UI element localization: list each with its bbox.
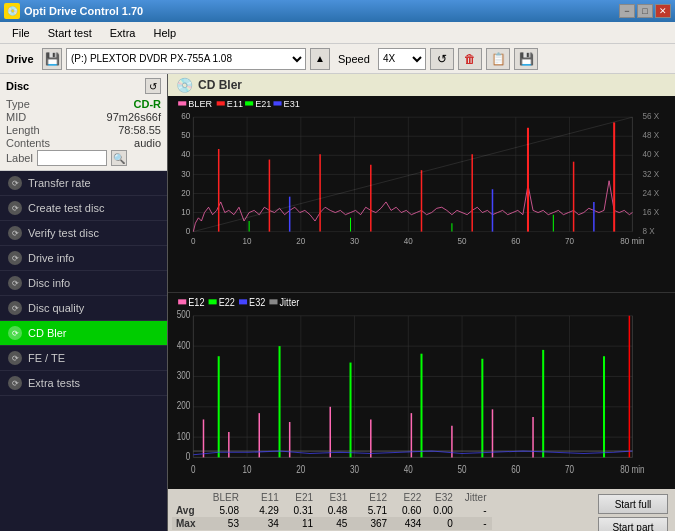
title-bar-left: 💿 Opti Drive Control 1.70	[4, 3, 143, 19]
drive-eject-button[interactable]: ▲	[310, 48, 330, 70]
cd-bler-header-icon: 💿	[176, 77, 192, 93]
max-bler: 53	[205, 517, 245, 530]
sidebar-item-fe-te[interactable]: ⟳ FE / TE	[0, 346, 167, 371]
charts-container: BLER E11 E21 E31 60 50 40 30 20 10 0	[168, 96, 675, 489]
svg-text:50: 50	[458, 464, 467, 475]
disc-type-value: CD-R	[134, 98, 162, 110]
svg-text:70: 70	[565, 464, 574, 475]
disc-mid-row: MID 97m26s66f	[6, 111, 161, 123]
drive-select[interactable]: (P:) PLEXTOR DVDR PX-755A 1.08	[66, 48, 306, 70]
svg-rect-66	[178, 299, 186, 304]
svg-text:0: 0	[186, 226, 191, 236]
avg-e12: 5.71	[353, 504, 393, 517]
sidebar-item-cd-bler[interactable]: ⟳ CD Bler	[0, 321, 167, 346]
sidebar-item-disc-quality[interactable]: ⟳ Disc quality	[0, 296, 167, 321]
copy-button[interactable]: 📋	[486, 48, 510, 70]
svg-text:E12: E12	[188, 296, 204, 308]
close-button[interactable]: ✕	[655, 4, 671, 18]
sidebar-label-drive-info: Drive info	[28, 252, 74, 264]
stats-table-area: BLER E11 E21 E31 E12 E22 E32 Jitter Avg	[172, 491, 595, 531]
sidebar-item-transfer-rate[interactable]: ⟳ Transfer rate	[0, 171, 167, 196]
svg-text:40 X: 40 X	[643, 149, 660, 159]
sidebar-item-drive-info[interactable]: ⟳ Drive info	[0, 246, 167, 271]
disc-contents-label: Contents	[6, 137, 50, 149]
svg-text:500: 500	[177, 309, 191, 320]
app-icon: 💿	[4, 3, 20, 19]
disc-length-value: 78:58.55	[118, 124, 161, 136]
disc-label-search-button[interactable]: 🔍	[111, 150, 127, 166]
stats-section: BLER E11 E21 E31 E12 E22 E32 Jitter Avg	[168, 489, 675, 531]
sidebar-item-disc-info[interactable]: ⟳ Disc info	[0, 271, 167, 296]
svg-text:48 X: 48 X	[643, 130, 660, 140]
svg-rect-70	[239, 299, 247, 304]
cd-bler-icon: ⟳	[8, 326, 22, 340]
avg-jitter: -	[459, 504, 493, 517]
speed-select[interactable]: 4X	[378, 48, 426, 70]
svg-text:30: 30	[350, 464, 359, 475]
max-e12: 367	[353, 517, 393, 530]
start-part-button[interactable]: Start part	[598, 517, 668, 531]
erase-button[interactable]: 🗑	[458, 48, 482, 70]
stats-header-row: BLER E11 E21 E31 E12 E22 E32 Jitter	[172, 491, 492, 504]
svg-rect-68	[209, 299, 217, 304]
title-bar: 💿 Opti Drive Control 1.70 − □ ✕	[0, 0, 675, 22]
col-e21: E21	[285, 491, 319, 504]
svg-text:50: 50	[458, 236, 467, 246]
svg-text:70: 70	[565, 236, 574, 246]
col-e31: E31	[319, 491, 353, 504]
menu-help[interactable]: Help	[145, 25, 184, 41]
sidebar-label-disc-quality: Disc quality	[28, 302, 84, 314]
drive-label: Drive	[6, 53, 38, 65]
disc-type-label: Type	[6, 98, 30, 110]
svg-text:16 X: 16 X	[643, 206, 660, 216]
start-full-button[interactable]: Start full	[598, 494, 668, 514]
svg-text:60: 60	[511, 464, 520, 475]
svg-text:40: 40	[404, 464, 413, 475]
speed-label: Speed	[338, 53, 374, 65]
drive-refresh-button[interactable]: ↺	[430, 48, 454, 70]
sidebar-item-extra-tests[interactable]: ⟳ Extra tests	[0, 371, 167, 396]
menu-file[interactable]: File	[4, 25, 38, 41]
svg-text:30: 30	[181, 168, 190, 178]
disc-refresh-button[interactable]: ↺	[145, 78, 161, 94]
sidebar-label-verify-test-disc: Verify test disc	[28, 227, 99, 239]
svg-text:10: 10	[243, 464, 252, 475]
svg-text:8 X: 8 X	[643, 226, 656, 236]
svg-text:40: 40	[404, 236, 413, 246]
content-area: 💿 CD Bler BLER E11 E21 E31	[168, 74, 675, 531]
disc-length-label: Length	[6, 124, 40, 136]
menu-extra[interactable]: Extra	[102, 25, 144, 41]
disc-type-row: Type CD-R	[6, 98, 161, 110]
main-area: Disc ↺ Type CD-R MID 97m26s66f Length 78…	[0, 74, 675, 531]
disc-label-input[interactable]	[37, 150, 107, 166]
svg-text:24 X: 24 X	[643, 187, 660, 197]
disc-header: Disc ↺	[6, 78, 161, 94]
avg-e21: 0.31	[285, 504, 319, 517]
sidebar-item-verify-test-disc[interactable]: ⟳ Verify test disc	[0, 221, 167, 246]
bottom-chart-svg: E12 E22 E32 Jitter 500 400 300 200 100 0	[168, 293, 675, 489]
cd-bler-header: 💿 CD Bler	[168, 74, 675, 96]
col-e32: E32	[427, 491, 458, 504]
svg-text:300: 300	[177, 370, 191, 381]
col-bler: BLER	[205, 491, 245, 504]
drive-info-icon: ⟳	[8, 251, 22, 265]
max-jitter: -	[459, 517, 493, 530]
max-label: Max	[172, 517, 205, 530]
disc-label-label: Label	[6, 152, 33, 164]
svg-text:20: 20	[296, 464, 305, 475]
disc-mid-label: MID	[6, 111, 26, 123]
svg-text:BLER: BLER	[188, 98, 212, 108]
sidebar-item-create-test-disc[interactable]: ⟳ Create test disc	[0, 196, 167, 221]
stats-row-avg: Avg 5.08 4.29 0.31 0.48 5.71 0.60 0.00 -	[172, 504, 492, 517]
svg-text:0: 0	[186, 451, 191, 462]
max-e22: 434	[393, 517, 427, 530]
maximize-button[interactable]: □	[637, 4, 653, 18]
minimize-button[interactable]: −	[619, 4, 635, 18]
svg-text:80 min: 80 min	[620, 464, 644, 475]
col-jitter: Jitter	[459, 491, 493, 504]
transfer-rate-icon: ⟳	[8, 176, 22, 190]
menu-start-test[interactable]: Start test	[40, 25, 100, 41]
max-e32: 0	[427, 517, 458, 530]
disc-mid-value: 97m26s66f	[107, 111, 161, 123]
save-button[interactable]: 💾	[514, 48, 538, 70]
